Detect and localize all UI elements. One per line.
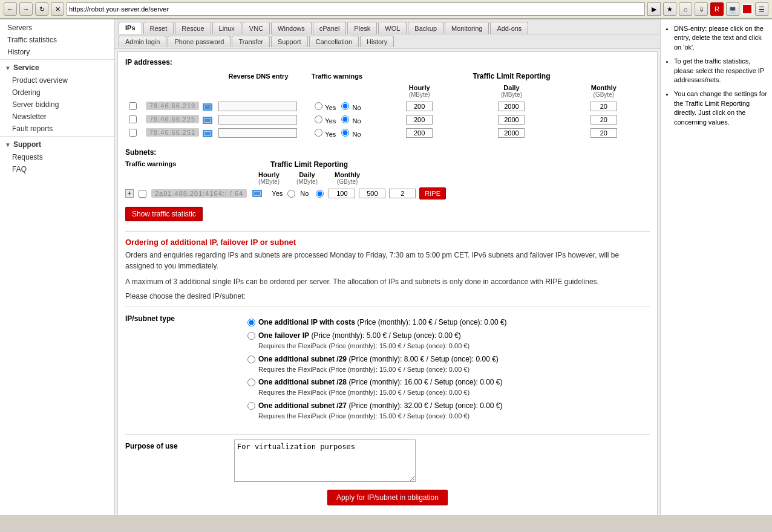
subnet-yes-label: Yes (272, 190, 283, 197)
tab-rescue[interactable]: Rescue (175, 22, 211, 34)
back-button[interactable]: ← (4, 2, 17, 16)
subnet-monthly-header: Monthly (335, 171, 360, 178)
tab-vnc[interactable]: VNC (243, 22, 270, 34)
tab-transfer[interactable]: Transfer (232, 36, 270, 47)
tab-phone-password[interactable]: Phone password (168, 36, 231, 47)
no-radio-0[interactable] (341, 102, 349, 110)
reload-button[interactable]: ↻ (35, 2, 48, 16)
sidebar-item-traffic[interactable]: Traffic statistics (0, 34, 114, 46)
subnet-yes-radio[interactable] (287, 190, 295, 198)
ip-checkbox-2[interactable] (129, 129, 137, 137)
ip-checkbox-1[interactable] (129, 115, 137, 123)
ip-option-radio-1[interactable] (247, 332, 255, 340)
reverse-dns-input-1[interactable] (218, 115, 297, 125)
go-button[interactable]: ▶ (647, 2, 661, 16)
subnet-expand-icon[interactable]: + (125, 189, 134, 198)
sidebar-item-fault-reports[interactable]: Fault reports (0, 123, 114, 135)
sidebar-item-newsletter[interactable]: Newsletter (0, 111, 114, 123)
ip-address-2: 78.46.66.251 (146, 128, 199, 137)
no-radio-1[interactable] (341, 115, 349, 123)
sidebar-section-support[interactable]: ▼ Support (0, 138, 114, 151)
sidebar-item-requests[interactable]: Requests (0, 151, 114, 163)
daily-input-1[interactable] (498, 115, 525, 125)
tab-support[interactable]: Support (271, 36, 308, 47)
ip-option-sub-1: Requires the FlexiPack (Price (monthly):… (258, 341, 469, 351)
sidebar-item-server-bidding[interactable]: Server bidding (0, 99, 114, 111)
sidebar-item-ordering[interactable]: Ordering (0, 86, 114, 99)
forward-button[interactable]: → (19, 2, 33, 16)
tab-monitoring[interactable]: Monitoring (445, 22, 489, 34)
yes-radio-0[interactable] (315, 102, 322, 110)
reverse-dns-header: Reverse DNS entry (216, 70, 301, 82)
ip-option-row-1: One failover IP (Price (monthly): 5.00 €… (246, 330, 650, 351)
table-row: 78.46.66.251 Yes No (125, 126, 650, 140)
tab-windows[interactable]: Windows (271, 22, 312, 34)
subnet-hourly-input[interactable] (329, 189, 355, 198)
subnet-traffic-warnings-header: Traffic warnings (125, 160, 246, 167)
reverse-dns-input-2[interactable] (218, 128, 297, 138)
download-icon[interactable]: ⇓ (695, 2, 708, 16)
sidebar-item-faq[interactable]: FAQ (0, 163, 114, 175)
bookmark-star-icon[interactable]: ★ (663, 2, 676, 16)
right-panel: DNS-entry: please click on the entry, de… (660, 19, 772, 515)
ip-checkbox-0[interactable] (129, 102, 137, 110)
ip-option-radio-3[interactable] (247, 378, 255, 386)
tab-backup[interactable]: Backup (408, 22, 443, 34)
no-label-1: No (352, 117, 361, 125)
ripe-button[interactable]: RIPE (419, 187, 446, 199)
url-bar[interactable] (67, 2, 645, 16)
tab-cpanel[interactable]: cPanel (313, 22, 347, 34)
yes-radio-1[interactable] (315, 115, 322, 123)
home-icon[interactable]: ⌂ (679, 2, 692, 16)
stop-button[interactable]: ✕ (51, 2, 64, 16)
tab-plesk[interactable]: Plesk (347, 22, 377, 34)
sidebar-item-history[interactable]: History (0, 46, 114, 58)
purpose-textarea[interactable]: For virtualization purposes (234, 440, 416, 482)
menu-icon[interactable]: ☰ (755, 2, 768, 16)
sidebar-item-product-overview[interactable]: Product overview (0, 74, 114, 86)
tab-ips[interactable]: IPs (119, 22, 142, 34)
tab-wol[interactable]: WOL (378, 22, 407, 34)
monthly-input-0[interactable] (590, 102, 617, 111)
tab-addons[interactable]: Add-ons (490, 22, 528, 34)
yes-label-1: Yes (325, 117, 336, 125)
tab-linux[interactable]: Linux (212, 22, 241, 34)
daily-input-0[interactable] (498, 102, 525, 111)
tab-reset[interactable]: Reset (143, 22, 174, 34)
reverse-dns-input-0[interactable] (218, 102, 297, 111)
table-row: 78.46.66.225 Yes No (125, 113, 650, 126)
subnet-no-radio[interactable] (316, 190, 324, 198)
ip-option-radio-0[interactable] (247, 319, 255, 326)
apply-button[interactable]: Apply for IP/subnet in obligation (327, 490, 448, 505)
show-traffic-button[interactable]: Show traffic statistic (125, 207, 203, 221)
yes-radio-2[interactable] (315, 129, 322, 137)
tab-cancellation[interactable]: Cancellation (309, 36, 359, 47)
ip-subnet-type-label: IP/subnet type (125, 312, 234, 323)
ip-addresses-label: IP addresses: (125, 58, 650, 66)
hourly-input-0[interactable] (406, 102, 433, 111)
ip-option-radio-2[interactable] (247, 355, 255, 363)
sidebar-section-service[interactable]: ▼ Service (0, 61, 114, 74)
subnet-checkbox[interactable] (139, 190, 146, 198)
sidebar-item-servers[interactable]: Servers (0, 22, 114, 34)
subnet-daily-input[interactable] (359, 189, 385, 198)
monthly-input-2[interactable] (590, 128, 617, 138)
hourly-input-2[interactable] (406, 128, 433, 138)
monitor-icon[interactable]: 💻 (726, 2, 739, 16)
ip-network-icon-2 (203, 130, 212, 137)
hourly-input-1[interactable] (406, 115, 433, 125)
subnet-monthly-input[interactable] (389, 189, 416, 198)
ip-option-detail-1: (Price (monthly): 5.00 € / Setup (once):… (311, 331, 460, 340)
ip-option-bold-0: One additional IP with costs (258, 318, 355, 326)
no-radio-2[interactable] (341, 129, 349, 137)
tab-admin-login[interactable]: Admin login (119, 36, 166, 47)
sidebar: Servers Traffic statistics History ▼ Ser… (0, 19, 115, 515)
tab-history[interactable]: History (360, 36, 394, 47)
ip-option-radio-4[interactable] (247, 402, 255, 410)
ordering-text2: A maximum of 3 additional single IPs can… (125, 276, 650, 287)
monthly-input-1[interactable] (590, 115, 617, 125)
daily-input-2[interactable] (498, 128, 525, 138)
ip-network-icon-0 (203, 103, 212, 111)
support-expand-icon: ▼ (5, 141, 11, 148)
ip-option-label-0: One additional IP with costs (Price (mon… (258, 317, 507, 328)
